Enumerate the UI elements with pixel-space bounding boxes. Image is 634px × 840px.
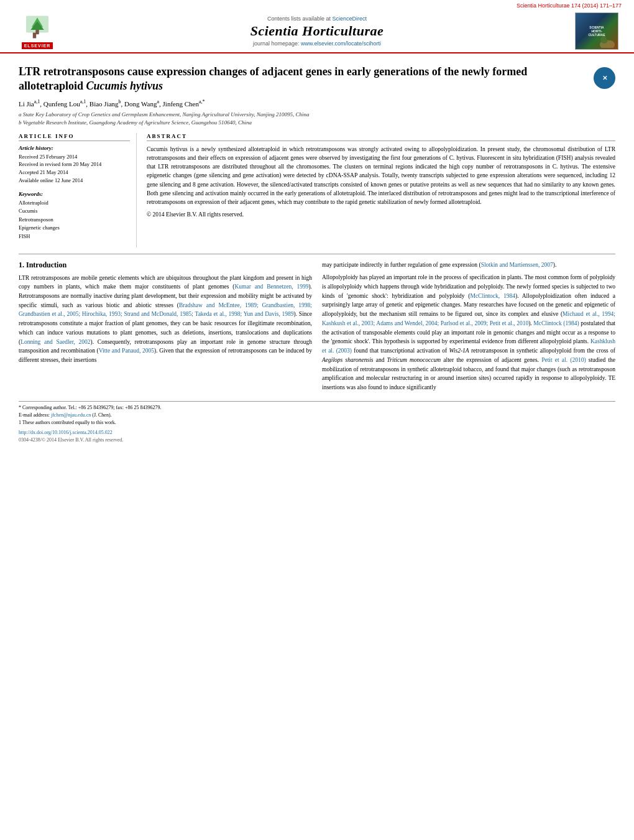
available-date: Available online 12 June 2014 xyxy=(19,177,130,185)
intro-right-col: may participate indirectly in further re… xyxy=(322,261,615,396)
journal-subtitle: Contents lists available at ScienceDirec… xyxy=(62,16,572,22)
abstract-col: ABSTRACT Cucumis hytivus is a newly synt… xyxy=(147,133,615,247)
keyword-2: Cucumis xyxy=(19,207,130,216)
volume-info: Scientia Horticulturae 174 (2014) 171–17… xyxy=(517,2,622,9)
keyword-5: FISH xyxy=(19,233,130,241)
cover-plant-icon xyxy=(598,32,617,48)
keyword-3: Retrotransposon xyxy=(19,216,130,224)
journal-header: ELSEVIER Contents lists available at Sci… xyxy=(0,9,634,53)
intro-section-title: 1. Introduction xyxy=(19,261,312,270)
introduction-section: 1. Introduction LTR retrotransposons are… xyxy=(19,261,615,396)
received-date: Received 25 February 2014 xyxy=(19,153,130,161)
ref-bradshaw[interactable]: Bradshaw and McEntee, 1989; xyxy=(179,302,259,308)
ref-grandbastien-1998[interactable]: Grandbastien, 1998; xyxy=(262,302,312,308)
ref-hirochika[interactable]: Hirochika, 1993; xyxy=(82,311,122,317)
article-body: LTR retrotransposons cause expression ch… xyxy=(0,53,634,450)
ref-petit-2010b[interactable]: Petit et al. (2010) xyxy=(541,357,586,363)
ref-vitte[interactable]: Vitte and Panaud, 2005 xyxy=(99,348,154,354)
intro-paragraph-2: may participate indirectly in further re… xyxy=(322,261,615,270)
ref-mcclintock-1984[interactable]: McClintock, 1984 xyxy=(470,293,515,299)
ref-grandbastien-2005[interactable]: Grandbastien et al., 2005; xyxy=(19,311,80,317)
affiliations: a State Key Laboratory of Crop Genetics … xyxy=(19,111,615,126)
text-and: and xyxy=(376,357,385,363)
affiliation-a: a State Key Laboratory of Crop Genetics … xyxy=(19,111,615,119)
ref-slotkin[interactable]: Slotkin and Martienssen, 2007 xyxy=(481,262,553,268)
affiliation-b: b Vegetable Research Institute, Guangdon… xyxy=(19,119,615,127)
section-divider xyxy=(19,254,615,254)
ref-takeda[interactable]: Takeda et al., 1998; xyxy=(195,311,242,317)
ref-strand[interactable]: Strand and McDonald, 1985; xyxy=(124,311,193,317)
ref-yun[interactable]: Yun and Davis, 1989 xyxy=(244,311,294,317)
svg-rect-4 xyxy=(35,30,39,34)
article-history: Article history: Received 25 February 20… xyxy=(19,145,130,185)
history-label: Article history: xyxy=(19,145,130,151)
corresponding-note: * Corresponding author. Tel.: +86 25 843… xyxy=(19,404,615,412)
keyword-4: Epigenetic changes xyxy=(19,224,130,233)
ref-lonning[interactable]: Lonning and Saedler, 2002 xyxy=(21,339,90,345)
journal-cover-image: SCIENTIAHORTI-CULTURAE xyxy=(575,12,618,50)
equal-contribution-note: 1 These authors contributed equally to t… xyxy=(19,419,615,427)
abstract-heading: ABSTRACT xyxy=(147,133,615,141)
page: Scientia Horticulturae 174 (2014) 171–17… xyxy=(0,0,634,840)
intro-paragraph-3: Allopolyploidy has played an important r… xyxy=(322,273,615,392)
accepted-date: Accepted 21 May 2014 xyxy=(19,168,130,177)
ref-petit-2010[interactable]: Petit et al., 2010 xyxy=(490,320,529,326)
ref-kumar-1999[interactable]: Kumar and Bennetzen, 1999 xyxy=(234,284,308,290)
keywords-list: Allotetraploid Cucumis Retrotransposon E… xyxy=(19,199,130,241)
article-title-section: LTR retrotransposons cause expression ch… xyxy=(19,60,615,94)
elsevier-label: ELSEVIER xyxy=(22,42,53,49)
ref-parlsod[interactable]: Parlsod et al., 2009; xyxy=(441,320,488,326)
article-title: LTR retrotransposons cause expression ch… xyxy=(19,65,594,94)
issn-line: 0304-4238/© 2014 Elsevier B.V. All right… xyxy=(19,436,615,444)
abstract-text: Cucumis hytivus is a newly synthesized a… xyxy=(147,145,615,219)
elsevier-tree-icon xyxy=(19,13,56,41)
keywords-section: Keywords: Allotetraploid Cucumis Retrotr… xyxy=(19,191,130,241)
doi-link: http://dx.doi.org/10.1016/j.scienta.2014… xyxy=(19,429,615,436)
svg-point-7 xyxy=(606,34,612,40)
author-email[interactable]: jfchen@njau.edu.cn xyxy=(51,412,91,418)
header-center: Contents lists available at ScienceDirec… xyxy=(62,16,572,47)
keywords-label: Keywords: xyxy=(19,191,130,197)
elsevier-logo: ELSEVIER xyxy=(12,13,62,49)
journal-logo-right: SCIENTIAHORTI-CULTURAE xyxy=(572,12,622,50)
article-info-col: ARTICLE INFO Article history: Received 2… xyxy=(19,133,137,247)
ref-mcclintock-1984b[interactable]: McClintock (1984) xyxy=(533,320,579,326)
intro-paragraph-1: LTR retrotransposons are mobile genetic … xyxy=(19,274,312,365)
sciencedirect-link[interactable]: ScienceDirect xyxy=(333,16,367,22)
article-info-heading: ARTICLE INFO xyxy=(19,133,130,141)
crossmark-badge: ✕ xyxy=(594,67,615,89)
authors-line: Li Jiaa,1, Qunfeng Loua,1, Biao Jiangb, … xyxy=(19,99,615,108)
ref-michaud[interactable]: Michaud et al., 1994; xyxy=(563,311,615,317)
intro-left-col: 1. Introduction LTR retrotransposons are… xyxy=(19,261,312,396)
journal-title: Scientia Horticulturae xyxy=(62,23,572,39)
footnotes: * Corresponding author. Tel.: +86 25 843… xyxy=(19,401,615,444)
keyword-1: Allotetraploid xyxy=(19,199,130,208)
article-info-abstract-section: ARTICLE INFO Article history: Received 2… xyxy=(19,133,615,247)
received-revised-date: Received in revised form 20 May 2014 xyxy=(19,160,130,168)
homepage-url[interactable]: www.elsevier.com/locate/scihorti xyxy=(301,40,381,47)
copyright-line: © 2014 Elsevier B.V. All rights reserved… xyxy=(147,210,615,219)
ref-adams[interactable]: Adams and Wendel, 2004; xyxy=(376,320,439,326)
ref-kashkush-2003[interactable]: Kashkush et al., 2003; xyxy=(322,320,375,326)
email-note: E-mail address: jfchen@njau.edu.cn (J. C… xyxy=(19,412,615,419)
journal-homepage: journal homepage: www.elsevier.com/locat… xyxy=(62,40,572,47)
